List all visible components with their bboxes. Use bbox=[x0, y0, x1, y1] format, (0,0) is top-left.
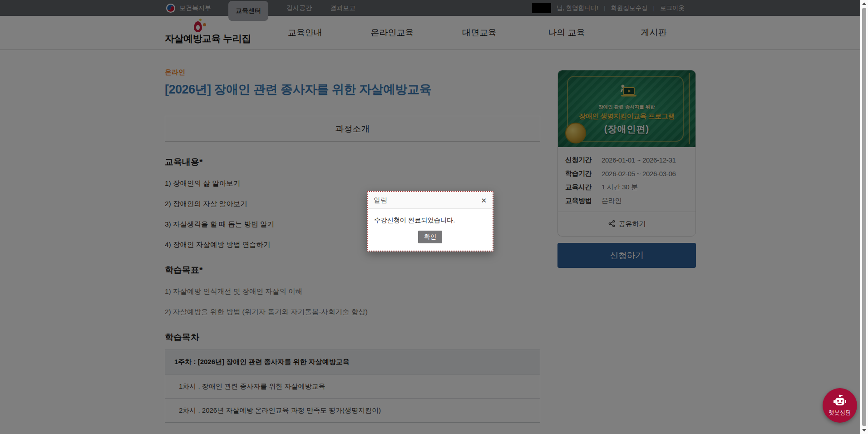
robot-icon bbox=[832, 395, 848, 409]
scrollbar-down-arrow-icon[interactable] bbox=[860, 427, 868, 434]
alert-modal: 알림 ✕ 수강신청이 완료되었습니다. 확인 bbox=[367, 191, 493, 252]
confirm-button[interactable]: 확인 bbox=[418, 231, 442, 243]
scrollbar-thumb[interactable] bbox=[862, 8, 866, 426]
alert-message: 수강신청이 완료되었습니다. bbox=[374, 216, 486, 225]
chatbot-button[interactable]: 챗봇상담 bbox=[823, 388, 857, 423]
close-icon[interactable]: ✕ bbox=[481, 197, 487, 204]
alert-modal-title: 알림 bbox=[374, 196, 387, 205]
alert-modal-body: 수강신청이 완료되었습니다. 확인 bbox=[368, 209, 493, 251]
alert-modal-actions: 확인 bbox=[374, 231, 486, 243]
scrollbar-up-arrow-icon[interactable] bbox=[860, 0, 868, 7]
vertical-scrollbar[interactable] bbox=[860, 0, 868, 434]
browser-viewport: 보건복지부 교육센터 강사공간 결과보고 님, 환영합니다! | 회원정보수정 … bbox=[0, 0, 868, 434]
alert-modal-header: 알림 ✕ bbox=[368, 192, 493, 209]
chatbot-label: 챗봇상담 bbox=[829, 409, 851, 417]
